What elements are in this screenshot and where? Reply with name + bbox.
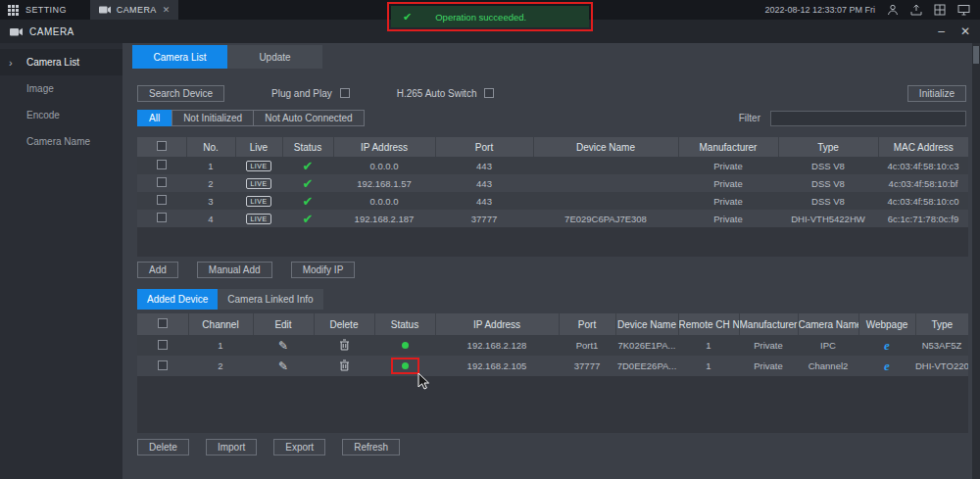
col-status: Status — [282, 137, 333, 157]
status-online-dot — [402, 362, 409, 369]
col-status: Status — [374, 313, 435, 335]
table-row[interactable]: 2 ✎ 192.168.2.105 37777 7D0EE26PA... 1 P… — [137, 356, 968, 376]
col-manufacturer: Manufacturer — [739, 313, 798, 335]
manual-add-button[interactable]: Manual Add — [197, 262, 272, 278]
col-type: Type — [778, 137, 878, 157]
added-tabs: Added Device Camera Linked Info — [137, 289, 323, 310]
col-ip: IP Address — [333, 137, 435, 157]
export-icon[interactable] — [910, 4, 922, 16]
table-row[interactable]: 1 ✎ 192.168.2.128 Port1 7K026E1PA... 1 P… — [137, 335, 968, 356]
row-checkbox[interactable] — [158, 340, 168, 350]
status-ok-icon: ✔ — [303, 176, 314, 191]
col-mac: MAC Address — [878, 137, 968, 157]
sidebar-item-camera-name[interactable]: Camera Name — [0, 128, 122, 155]
col-ip: IP Address — [435, 313, 559, 335]
controls-row: Search Device Plug and Play H.265 Auto S… — [137, 84, 966, 102]
live-badge[interactable]: LIVE — [246, 196, 270, 207]
table-row[interactable]: 3 LIVE ✔ 0.0.0.0 443 Private DSS V8 4c:0… — [137, 192, 968, 210]
datetime: 2022-08-12 12:33:07 PM Fri — [764, 5, 875, 15]
camera-icon — [10, 26, 23, 37]
filter-input[interactable] — [770, 111, 966, 126]
sidebar-item-label: Camera List — [26, 57, 79, 68]
page-title: CAMERA — [29, 26, 74, 37]
grid-view-icon[interactable] — [934, 4, 946, 16]
tab-camera-list[interactable]: Camera List — [132, 45, 227, 69]
tab-setting[interactable]: SETTING — [25, 5, 67, 15]
search-device-button[interactable]: Search Device — [137, 85, 224, 102]
col-channel: Channel — [188, 313, 253, 335]
col-camera-name: Camera Name — [798, 313, 858, 335]
filter-all-button[interactable]: All — [137, 110, 172, 126]
tab-camera-linked-info[interactable]: Camera Linked Info — [218, 289, 322, 310]
row-checkbox[interactable] — [158, 360, 168, 370]
add-button[interactable]: Add — [137, 262, 178, 278]
tab-added-device[interactable]: Added Device — [137, 289, 218, 310]
modify-ip-button[interactable]: Modify IP — [291, 262, 356, 278]
import-button[interactable]: Import — [206, 439, 257, 455]
tab-camera[interactable]: CAMERA ✕ — [90, 0, 178, 20]
col-device-name: Device Name — [615, 313, 678, 335]
row-checkbox[interactable] — [157, 177, 167, 187]
delete-icon[interactable] — [314, 356, 374, 376]
h265-checkbox[interactable] — [484, 88, 494, 98]
live-badge[interactable]: LIVE — [246, 178, 270, 189]
live-badge[interactable]: LIVE — [246, 214, 270, 224]
user-icon[interactable] — [887, 4, 899, 16]
tab-update[interactable]: Update — [227, 45, 322, 69]
row-checkbox[interactable] — [157, 160, 167, 169]
tab-camera-label: CAMERA — [117, 5, 157, 15]
col-delete: Delete — [314, 313, 374, 335]
toast-message: Operation succeeded. — [435, 12, 526, 23]
main-content: Camera List Update Search Device Plug an… — [122, 43, 980, 479]
scrollbar-thumb[interactable] — [973, 46, 979, 64]
edit-icon[interactable]: ✎ — [278, 359, 288, 373]
row-checkbox[interactable] — [157, 213, 167, 222]
app-window: SETTING CAMERA ✕ 2022-08-12 12:33:07 PM … — [0, 0, 980, 479]
row-checkbox[interactable] — [157, 195, 167, 205]
main-tabs: Camera List Update — [132, 45, 322, 69]
sidebar-item-image[interactable]: Image — [0, 75, 122, 102]
close-icon[interactable]: ✕ — [960, 24, 970, 38]
filter-row: All Not Initialized Not Auto Connected F… — [137, 110, 966, 126]
status-ok-icon: ✔ — [303, 212, 314, 226]
filter-not-auto-connected-button[interactable]: Not Auto Connected — [253, 110, 365, 126]
sidebar-item-label: Image — [26, 83, 54, 94]
scrollbar-track[interactable] — [972, 43, 980, 479]
plug-and-play-checkbox[interactable] — [340, 88, 350, 98]
refresh-button[interactable]: Refresh — [342, 439, 400, 455]
live-badge[interactable]: LIVE — [246, 161, 270, 171]
table-header-row: No. Live Status IP Address Port Device N… — [137, 137, 968, 157]
webpage-icon[interactable]: e — [884, 359, 890, 373]
delete-icon[interactable] — [314, 335, 374, 356]
status-online-dot — [402, 342, 409, 349]
h265-label: H.265 Auto Switch — [397, 88, 477, 99]
select-all-checkbox[interactable] — [158, 318, 168, 328]
minimize-icon[interactable]: – — [938, 24, 945, 38]
sidebar-item-encode[interactable]: Encode — [0, 102, 122, 128]
sidebar-item-label: Encode — [26, 110, 60, 120]
select-all-checkbox[interactable] — [157, 141, 167, 151]
table-row[interactable]: 4 LIVE ✔ 192.168.2.187 37777 7E029C6PAJ7… — [137, 210, 968, 227]
webpage-icon[interactable]: e — [884, 338, 890, 353]
export-button[interactable]: Export — [273, 439, 325, 455]
delete-button[interactable]: Delete — [137, 439, 189, 455]
col-edit: Edit — [253, 313, 314, 335]
table-row[interactable]: 2 LIVE ✔ 192.168.1.57 443 Private DSS V8… — [137, 174, 968, 192]
filter-not-initialized-button[interactable]: Not Initialized — [172, 110, 253, 126]
col-no: No. — [186, 137, 235, 157]
annotation-highlight-box: ✔ Operation succeeded. — [387, 2, 593, 31]
sidebar: › Camera List Image Encode Camera Name — [0, 43, 122, 479]
table-row[interactable]: 1 LIVE ✔ 0.0.0.0 443 Private DSS V8 4c:0… — [137, 157, 968, 174]
monitor-icon[interactable] — [957, 4, 970, 16]
status-ok-icon: ✔ — [303, 159, 314, 173]
initialize-button[interactable]: Initialize — [907, 85, 966, 102]
col-remote-ch: Remote CH No. — [678, 313, 739, 335]
toast-notification: ✔ Operation succeeded. — [391, 6, 589, 27]
sidebar-item-camera-list[interactable]: › Camera List — [0, 49, 122, 75]
edit-icon[interactable]: ✎ — [278, 339, 288, 353]
status-ok-icon: ✔ — [303, 194, 314, 209]
apps-grid-icon[interactable] — [8, 5, 19, 16]
tab-close-icon[interactable]: ✕ — [163, 5, 171, 15]
col-webpage: Webpage — [858, 313, 915, 335]
chevron-right-icon: › — [9, 57, 13, 69]
